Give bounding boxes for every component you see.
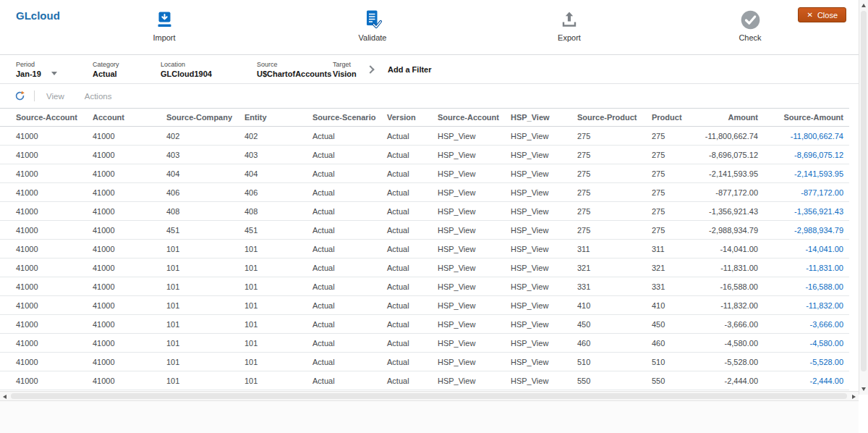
table-row[interactable]: 4100041000101101ActualActualHSP_ViewHSP_… [0, 240, 849, 258]
table-cell: 402 [239, 127, 307, 146]
column-header-product[interactable]: Product [646, 109, 686, 127]
view-menu[interactable]: View [46, 92, 64, 101]
table-cell: Actual [307, 221, 381, 240]
import-icon [128, 9, 200, 30]
table-cell: 404 [161, 164, 239, 183]
pov-period-value: Jan-19 [16, 70, 41, 78]
table-cell: -3,666.00 [686, 315, 764, 334]
pov-category-value: Actual [93, 70, 117, 78]
table-cell: 275 [646, 146, 686, 164]
table-cell: 41000 [87, 334, 161, 353]
table-cell: 101 [161, 277, 239, 296]
table-row[interactable]: 4100041000406406ActualActualHSP_ViewHSP_… [0, 183, 849, 202]
table-cell: HSP_View [505, 371, 571, 390]
pov-source[interactable]: Source U$ChartofAccounts [257, 61, 333, 78]
scroll-down-icon[interactable] [861, 387, 866, 391]
table-cell: HSP_View [505, 127, 571, 146]
table-cell: 101 [239, 315, 307, 334]
validate-label: Validate [336, 33, 409, 42]
table-cell: Actual [381, 277, 432, 296]
grid-toolbar: View Actions [0, 84, 868, 108]
column-header-version[interactable]: Version [381, 109, 432, 127]
table-cell: -2,141,593.95 [686, 164, 764, 183]
table-cell: HSP_View [432, 353, 505, 371]
chevron-down-icon[interactable] [51, 72, 57, 75]
column-header-hsp_view[interactable]: HSP_View [505, 109, 571, 127]
table-cell: 403 [239, 146, 307, 164]
export-label: Export [533, 33, 605, 42]
table-cell: HSP_View [432, 127, 505, 146]
table-cell: HSP_View [505, 221, 571, 240]
table-row[interactable]: 4100041000404404ActualActualHSP_ViewHSP_… [0, 164, 849, 183]
column-header-source-account[interactable]: Source-Account [0, 109, 87, 127]
column-header-amount[interactable]: Amount [686, 109, 764, 127]
data-grid: Source-AccountAccountSource-CompanyEntit… [0, 108, 859, 390]
table-cell: 41000 [87, 164, 161, 183]
chevron-right-icon[interactable] [366, 65, 374, 73]
table-row[interactable]: 4100041000101101ActualActualHSP_ViewHSP_… [0, 258, 849, 277]
actions-menu[interactable]: Actions [85, 92, 112, 101]
vertical-scrollbar[interactable] [859, 0, 868, 395]
export-icon [533, 9, 605, 30]
table-row[interactable]: 4100041000101101ActualActualHSP_ViewHSP_… [0, 277, 849, 296]
column-header-source-company[interactable]: Source-Company [161, 109, 239, 127]
table-cell: 41000 [87, 183, 161, 202]
table-cell: 101 [239, 353, 307, 371]
close-button[interactable]: ✕ Close [798, 7, 846, 22]
table-cell: -16,588.00 [686, 277, 764, 296]
table-cell: 41000 [0, 315, 87, 334]
add-filter-button[interactable]: Add a Filter [388, 65, 432, 74]
table-cell: -14,041.00 [686, 240, 764, 258]
table-row[interactable]: 4100041000402402ActualActualHSP_ViewHSP_… [0, 127, 849, 146]
close-x-icon: ✕ [807, 11, 812, 19]
table-cell: -1,356,921.43 [764, 202, 849, 221]
table-cell: 101 [239, 371, 307, 390]
check-button[interactable]: Check [714, 9, 786, 42]
export-button[interactable]: Export [533, 9, 605, 42]
table-row[interactable]: 4100041000101101ActualActualHSP_ViewHSP_… [0, 334, 849, 353]
table-cell: -11,831.00 [764, 258, 849, 277]
table-cell: HSP_View [432, 146, 505, 164]
table-row[interactable]: 4100041000403403ActualActualHSP_ViewHSP_… [0, 146, 849, 164]
table-cell: 101 [161, 334, 239, 353]
scroll-up-icon[interactable] [861, 4, 866, 7]
table-cell: 41000 [87, 240, 161, 258]
scroll-left-icon[interactable] [3, 395, 7, 399]
column-header-account[interactable]: Account [87, 109, 161, 127]
pov-period[interactable]: Period Jan-19 [16, 61, 93, 78]
table-cell: 311 [646, 240, 686, 258]
scroll-right-icon[interactable] [852, 395, 856, 399]
horizontal-scrollbar[interactable] [0, 391, 859, 401]
table-cell: 41000 [0, 371, 87, 390]
table-cell: -2,988,934.79 [686, 221, 764, 240]
table-row[interactable]: 4100041000101101ActualActualHSP_ViewHSP_… [0, 371, 849, 390]
pov-source-label: Source [257, 61, 333, 68]
table-cell: Actual [307, 296, 381, 315]
table-cell: HSP_View [432, 315, 505, 334]
table-row[interactable]: 4100041000101101ActualActualHSP_ViewHSP_… [0, 315, 849, 334]
refresh-button[interactable] [14, 91, 25, 101]
table-row[interactable]: 4100041000408408ActualActualHSP_ViewHSP_… [0, 202, 849, 221]
table-body: 4100041000402402ActualActualHSP_ViewHSP_… [0, 127, 849, 390]
column-header-source-scenario[interactable]: Source-Scenario [307, 109, 381, 127]
table-row[interactable]: 4100041000101101ActualActualHSP_ViewHSP_… [0, 353, 849, 371]
table-cell: 451 [239, 221, 307, 240]
table-cell: 41000 [0, 221, 87, 240]
table-row[interactable]: 4100041000451451ActualActualHSP_ViewHSP_… [0, 221, 849, 240]
validate-button[interactable]: Validate [336, 9, 409, 42]
pov-category[interactable]: Category Actual [93, 61, 161, 78]
table-cell: -11,831.00 [686, 258, 764, 277]
import-button[interactable]: Import [128, 9, 200, 42]
table-cell: -11,800,662.74 [686, 127, 764, 146]
column-header-source-product[interactable]: Source-Product [571, 109, 646, 127]
vertical-scroll-thumb[interactable] [861, 11, 867, 371]
pov-location[interactable]: Location GLCloud1904 [161, 61, 257, 78]
horizontal-scroll-thumb[interactable] [11, 393, 847, 399]
column-header-source-amount[interactable]: Source-Amount [764, 109, 849, 127]
column-header-entity[interactable]: Entity [239, 109, 307, 127]
column-header-source-account[interactable]: Source-Account [432, 109, 505, 127]
table-cell: HSP_View [432, 371, 505, 390]
table-cell: 41000 [87, 371, 161, 390]
table-row[interactable]: 4100041000101101ActualActualHSP_ViewHSP_… [0, 296, 849, 315]
pov-target[interactable]: Target Vision [333, 61, 366, 78]
